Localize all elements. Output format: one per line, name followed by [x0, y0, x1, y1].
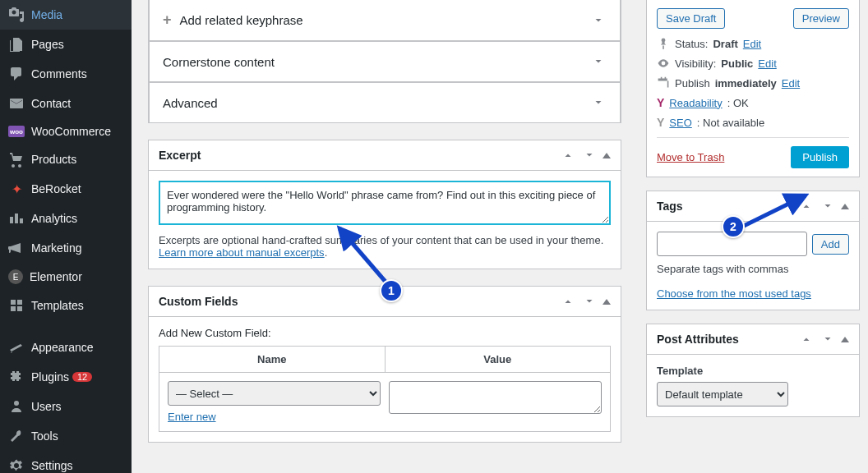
cf-add-label: Add New Custom Field: — [159, 327, 611, 339]
eye-icon — [657, 57, 670, 70]
publish-metabox: Save Draft Preview Status: Draft Edit Vi… — [646, 0, 860, 177]
visibility-value: Public — [721, 57, 753, 70]
save-draft-button[interactable]: Save Draft — [657, 8, 725, 29]
tags-metabox: Tags Add Separate tags with commas Choos… — [646, 191, 860, 310]
readability-status: : OK — [727, 97, 749, 109]
move-down-icon[interactable] — [820, 198, 836, 214]
seo-link[interactable]: SEO — [669, 117, 691, 129]
move-down-icon[interactable] — [820, 331, 836, 347]
publish-schedule-label: Publish — [675, 77, 710, 90]
excerpt-title: Excerpt — [159, 149, 201, 162]
calendar-icon — [657, 76, 670, 90]
sidebar-label: WooCommerce — [31, 125, 111, 138]
sidebar-item-elementor[interactable]: EElementor — [0, 263, 132, 291]
sidebar-item-contact[interactable]: Contact — [0, 89, 132, 118]
keyphrase-label: Add related keyphrase — [180, 13, 303, 27]
analytics-icon — [8, 210, 25, 227]
move-up-icon[interactable] — [560, 147, 576, 163]
annotation-step-2: 2 — [722, 215, 745, 238]
excerpt-help: Excerpts are optional hand-crafted summa… — [159, 234, 603, 246]
readability-link[interactable]: Readability — [669, 97, 722, 109]
sidebar-label: Appearance — [31, 341, 94, 354]
add-tag-button[interactable]: Add — [812, 234, 849, 255]
sidebar-label: Pages — [31, 38, 64, 51]
chevron-down-icon[interactable] — [590, 53, 607, 70]
sidebar-item-woocommerce[interactable]: wooWooCommerce — [0, 118, 132, 145]
sidebar-item-analytics[interactable]: Analytics — [0, 204, 132, 233]
move-to-trash[interactable]: Move to Trash — [657, 151, 724, 163]
cf-enter-new[interactable]: Enter new — [168, 411, 216, 423]
sidebar-item-settings[interactable]: Settings — [0, 451, 132, 473]
template-label: Template — [657, 365, 849, 377]
move-down-icon[interactable] — [581, 147, 598, 163]
cornerstone-section[interactable]: Cornerstone content — [149, 41, 621, 82]
tools-icon — [8, 428, 25, 444]
keyphrase-section[interactable]: + Add related keyphrase — [149, 0, 621, 41]
advanced-label: Advanced — [163, 96, 218, 110]
collapse-icon[interactable] — [841, 204, 849, 209]
cf-table: Name Value — Select — Enter new — [159, 346, 611, 432]
sidebar-item-plugins[interactable]: Plugins12 — [0, 362, 132, 392]
main-content: + Add related keyphrase Cornerstone cont… — [132, 0, 638, 473]
publish-button[interactable]: Publish — [791, 146, 849, 168]
sidebar-label: Marketing — [31, 241, 81, 255]
marketing-icon — [8, 240, 25, 256]
collapse-icon[interactable] — [841, 337, 849, 342]
chevron-down-icon[interactable] — [590, 94, 607, 111]
cf-value-textarea[interactable] — [389, 381, 602, 414]
collapse-icon[interactable] — [603, 153, 611, 158]
chevron-down-icon[interactable] — [590, 12, 607, 29]
yoast-seo-icon: Y — [657, 116, 664, 129]
edit-status[interactable]: Edit — [743, 38, 761, 50]
cornerstone-label: Cornerstone content — [163, 55, 275, 69]
post-attributes-metabox: Post Attributes Template Default templat… — [646, 324, 860, 417]
sidebar-item-berocket[interactable]: ✦BeRocket — [0, 174, 132, 204]
preview-button[interactable]: Preview — [793, 8, 849, 29]
media-icon — [8, 7, 25, 23]
sidebar-item-templates[interactable]: Templates — [0, 291, 132, 320]
sidebar-item-media[interactable]: Media — [0, 0, 132, 30]
sidebar-item-tools[interactable]: Tools — [0, 421, 132, 451]
sidebar-label: Templates — [31, 299, 84, 312]
sidebar-label: Settings — [31, 459, 73, 472]
sidebar-label: Plugins — [31, 370, 69, 383]
template-select[interactable]: Default template — [657, 382, 788, 406]
edit-visibility[interactable]: Edit — [758, 57, 776, 70]
custom-fields-metabox: Custom Fields Add New Custom Field: Name… — [148, 286, 621, 443]
plugins-icon — [8, 369, 25, 385]
collapse-icon[interactable] — [603, 299, 611, 305]
sidebar-item-pages[interactable]: Pages — [0, 30, 132, 59]
move-up-icon[interactable] — [798, 331, 815, 347]
cf-value-header: Value — [386, 347, 611, 373]
move-up-icon[interactable] — [560, 293, 576, 310]
sidebar-label: Users — [31, 400, 62, 413]
custom-fields-title: Custom Fields — [159, 295, 238, 308]
excerpt-textarea[interactable] — [159, 181, 611, 225]
woo-icon: woo — [8, 126, 25, 137]
advanced-section[interactable]: Advanced — [149, 82, 621, 122]
excerpt-link[interactable]: Learn more about manual excerpts — [159, 246, 325, 259]
status-label: Status: — [675, 38, 708, 50]
publish-immediately: immediately — [715, 77, 777, 90]
elementor-icon: E — [8, 269, 23, 284]
cf-name-select[interactable]: — Select — — [168, 381, 381, 406]
admin-sidebar: Media Pages Comments Contact wooWooComme… — [0, 0, 132, 473]
sidebar-item-comments[interactable]: Comments — [0, 59, 132, 89]
move-up-icon[interactable] — [798, 198, 815, 214]
sidebar-item-products[interactable]: Products — [0, 145, 132, 174]
settings-icon — [8, 457, 25, 473]
edit-schedule[interactable]: Edit — [782, 77, 800, 90]
sidebar-label: Analytics — [31, 212, 77, 225]
status-value: Draft — [713, 38, 737, 50]
sidebar-item-appearance[interactable]: Appearance — [0, 333, 132, 362]
visibility-label: Visibility: — [675, 57, 716, 70]
users-icon — [8, 398, 25, 415]
choose-tags-link[interactable]: Choose from the most used tags — [657, 287, 811, 300]
seo-status: : Not available — [697, 117, 764, 129]
tags-title: Tags — [657, 200, 683, 213]
sidebar-item-users[interactable]: Users — [0, 392, 132, 421]
move-down-icon[interactable] — [581, 293, 598, 310]
yoast-metabox: + Add related keyphrase Cornerstone cont… — [148, 0, 621, 123]
sidebar-item-marketing[interactable]: Marketing — [0, 233, 132, 263]
plugin-count-badge: 12 — [72, 372, 92, 382]
